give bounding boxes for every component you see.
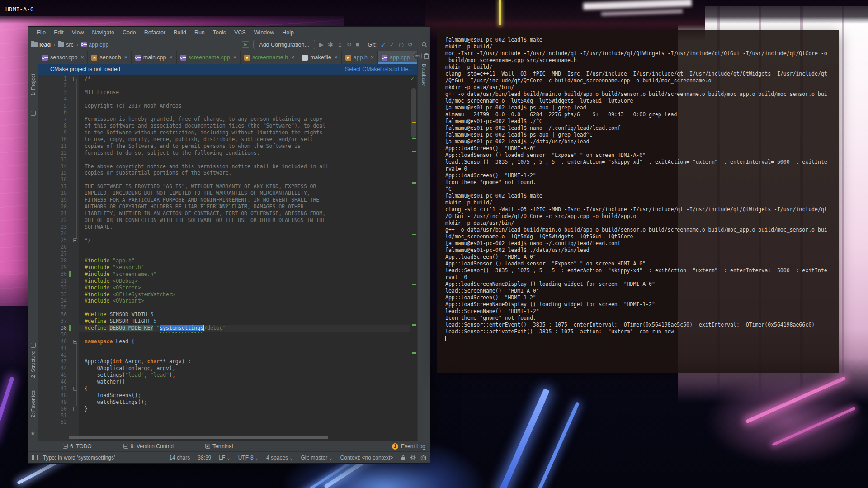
status-segment[interactable]: 38:39 — [198, 455, 211, 461]
gear-help-icon[interactable] — [410, 455, 416, 460]
terminal-line: [almamu@es01-pc-002 lead]$ ./data/usr/bi… — [445, 247, 836, 254]
code-area[interactable]: /*MIT LicenseCopyright (c) 2017 Noah And… — [79, 75, 410, 441]
tab-app.cpp[interactable]: C++app.cpp× — [378, 51, 417, 64]
editor[interactable]: 1234567891011121314151617181920212223242… — [38, 75, 417, 441]
status-segment[interactable]: UTF-8 — [238, 455, 259, 461]
menu-file[interactable]: File — [33, 28, 49, 37]
tab-app.h[interactable]: Happ.h× — [342, 51, 378, 64]
breadcrumb-src[interactable]: src — [66, 42, 74, 48]
menu-build[interactable]: Build — [170, 28, 190, 37]
tab-screenname.cpp[interactable]: C++screenname.cpp× — [177, 51, 241, 64]
menu-run[interactable]: Run — [191, 28, 208, 37]
favorites-star-icon[interactable]: ★ — [30, 430, 35, 436]
git-commit-icon[interactable]: ✓ — [390, 42, 395, 47]
close-icon[interactable]: × — [371, 54, 374, 61]
fold-marker-icon[interactable] — [73, 387, 77, 391]
run-with-coverage-icon[interactable]: ↥ — [338, 42, 343, 47]
status-segment[interactable]: LF — [219, 455, 230, 461]
tool-window-button-todo[interactable]: 6: TODO — [63, 443, 92, 450]
code-token: NONINFRINGEMENT — [200, 197, 247, 203]
git-update-icon[interactable]: ↙ — [381, 42, 386, 47]
database-icon[interactable] — [424, 53, 429, 59]
tool-window-button-version-control[interactable]: 9: Version Control — [123, 443, 174, 450]
select-cmakelists-link[interactable]: Select CMakeLists.txt file... — [345, 66, 413, 72]
terminal-line: clang -std=c++11 -Wall -O3 -fPIC -MMD -I… — [445, 206, 836, 213]
sidebar-item-structure[interactable]: 2: Structure — [30, 351, 36, 378]
close-icon[interactable]: × — [80, 54, 84, 61]
code-line: copies of the Software, and to permit pe… — [85, 143, 410, 150]
close-icon[interactable]: × — [291, 54, 294, 61]
code-line: #include <QDebug> — [85, 278, 410, 284]
menu-navigate[interactable]: Navigate — [89, 28, 118, 37]
code-line: #include <QFileSystemWatcher> — [85, 291, 410, 298]
terminal-line: [almamu@es01-pc-002 lead]$ make — [445, 37, 836, 43]
tool-window-switcher-icon[interactable] — [32, 455, 38, 460]
code-token: ) — [169, 372, 172, 378]
breadcrumb-project[interactable]: lead — [39, 42, 51, 48]
run-icon[interactable]: ▶ — [319, 42, 324, 47]
fold-marker-icon[interactable] — [73, 238, 77, 242]
menu-edit[interactable]: Edit — [50, 28, 67, 37]
tab-makefile[interactable]: makefile× — [298, 51, 342, 64]
profiler-icon[interactable]: ↻ — [347, 42, 352, 47]
sidebar-item-database[interactable]: Database — [421, 64, 427, 86]
history-clock-icon[interactable]: ◷ — [399, 42, 404, 47]
tool-window-button-terminal[interactable]: Terminal — [205, 443, 233, 450]
menu-view[interactable]: View — [68, 28, 88, 37]
terminal-line: lead::ScreenName() "HDMI-A-0" — [445, 288, 836, 294]
tab-sensor.h[interactable]: Hsensor.h× — [88, 51, 131, 64]
menu-tools[interactable]: Tools — [209, 28, 230, 37]
event-log[interactable]: 1 Event Log — [392, 443, 425, 450]
close-icon[interactable]: × — [233, 54, 236, 61]
status-segment[interactable]: Context: <no context> — [340, 455, 393, 461]
search-icon[interactable] — [421, 42, 427, 47]
tab-main.cpp[interactable]: C++main.cpp× — [132, 51, 177, 64]
terminal-window[interactable]: [almamu@es01-pc-002 lead]$ makemkdir -p … — [437, 30, 839, 373]
stripe-mark — [412, 352, 416, 354]
menu-code[interactable]: Code — [119, 28, 140, 37]
add-configuration-button[interactable]: Add Configuration... — [253, 40, 315, 49]
gutter-line: 30 — [38, 271, 79, 278]
hidden-tabs-count[interactable]: ≡1 — [414, 53, 422, 59]
fold-marker-icon[interactable] — [73, 77, 77, 81]
sidebar-item-project[interactable]: 1: Project — [30, 74, 36, 96]
gutter-line: 47 — [38, 385, 79, 392]
code-line: #include "app.h" — [85, 257, 410, 264]
menu-vcs[interactable]: VCS — [231, 28, 250, 37]
lock-icon[interactable] — [401, 455, 406, 460]
project-tool-icon[interactable] — [31, 111, 36, 116]
structure-tool-icon[interactable] — [31, 343, 36, 348]
code-line: #include <QScreen> — [85, 284, 410, 291]
terminal-line: build/moc_screenname.cpp src/screenname.… — [445, 57, 836, 64]
menu-help[interactable]: Help — [278, 28, 297, 37]
gutter-line: 1 — [38, 76, 79, 82]
terminal-line: Icon theme "gnome" not found. — [445, 179, 836, 186]
rollback-icon[interactable]: ↺ — [408, 42, 413, 47]
status-segment[interactable]: 14 chars — [169, 455, 190, 461]
terminal-output[interactable]: [almamu@es01-pc-002 lead]$ makemkdir -p … — [445, 37, 836, 370]
code-token: /* — [85, 76, 91, 82]
close-icon[interactable]: × — [170, 54, 173, 61]
vertical-scrollbar[interactable] — [411, 88, 416, 138]
sidebar-item-favorites[interactable]: 2: Favorites — [30, 390, 36, 417]
close-icon[interactable]: × — [335, 54, 338, 61]
event-log-label[interactable]: Event Log — [401, 443, 425, 450]
horizontal-scrollbar[interactable] — [69, 436, 328, 439]
breadcrumb-file[interactable]: app.cpp — [89, 42, 108, 48]
tab-sensor.cpp[interactable]: C++sensor.cpp× — [38, 51, 88, 64]
close-icon[interactable]: × — [124, 54, 127, 61]
fold-marker-icon[interactable] — [73, 340, 77, 344]
debug-icon[interactable] — [328, 42, 334, 47]
gutter-line: 35 — [38, 304, 79, 311]
code-token: MIT License — [85, 89, 119, 95]
tab-screenname.h[interactable]: Hscreenname.h× — [241, 51, 298, 64]
error-stripe[interactable]: ✓ — [410, 75, 417, 441]
stop-icon[interactable]: ■ — [356, 42, 359, 47]
fold-marker-icon[interactable] — [73, 407, 77, 411]
menu-window[interactable]: Window — [250, 28, 278, 37]
run-window-icon[interactable]: ▶ — [242, 41, 249, 48]
status-segment[interactable]: 4 spaces — [266, 455, 293, 461]
status-segment[interactable]: Git: master — [301, 455, 333, 461]
hector-robot-icon[interactable] — [420, 455, 426, 460]
menu-refactor[interactable]: Refactor — [141, 28, 169, 37]
